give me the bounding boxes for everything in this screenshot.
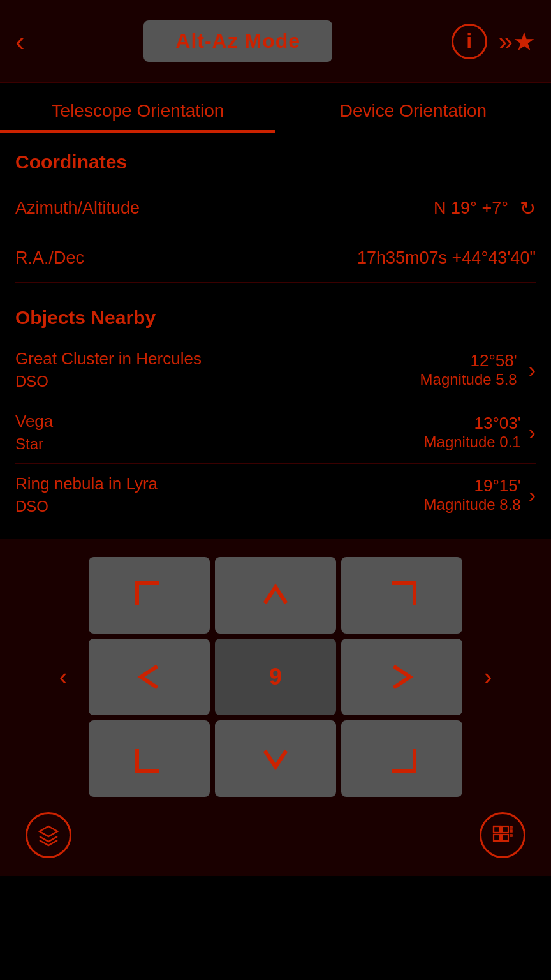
chevron-right-icon-3: › <box>529 482 536 507</box>
pad-center-value[interactable]: 9 <box>215 639 336 715</box>
azimuth-row: Azimuth/Altitude N 19° +7° ↻ <box>15 183 536 234</box>
object-type-1: DSO <box>15 373 202 390</box>
pad-top-right-button[interactable] <box>341 557 462 634</box>
object-distance-1: 12°58' <box>470 351 517 371</box>
pad-left-button[interactable] <box>89 639 210 715</box>
pad-down-button[interactable] <box>215 720 336 797</box>
pad-right-button[interactable] <box>341 639 462 715</box>
object-left-2: Vega Star <box>15 412 53 453</box>
pad-right-arrow[interactable]: › <box>469 658 507 696</box>
object-row-1[interactable]: Great Cluster in Hercules DSO 12°58' Mag… <box>15 339 536 401</box>
coordinates-section-title: Coordinates <box>15 133 536 183</box>
object-distance-2: 13°03' <box>474 413 520 433</box>
azimuth-label: Azimuth/Altitude <box>15 198 140 218</box>
mode-title-button[interactable]: Alt-Az Mode <box>143 20 332 62</box>
object-magnitude-3: Magnitude 8.8 <box>424 496 521 514</box>
svg-rect-4 <box>494 826 500 833</box>
info-button[interactable]: i <box>452 24 487 59</box>
object-left-1: Great Cluster in Hercules DSO <box>15 349 202 390</box>
bottom-black-bar <box>0 876 551 914</box>
pad-left-arrow[interactable]: ‹ <box>44 658 82 696</box>
pad-top-left-button[interactable] <box>89 557 210 634</box>
object-left-3: Ring nebula in Lyra DSO <box>15 474 158 516</box>
control-pad-area: ‹ 9 <box>0 539 551 876</box>
refresh-button[interactable]: ↻ <box>520 197 536 219</box>
object-magnitude-2: Magnitude 0.1 <box>424 433 521 451</box>
objects-nearby-section: Objects Nearby Great Cluster in Hercules… <box>15 283 536 526</box>
object-type-2: Star <box>15 435 53 453</box>
object-magnitude-1: Magnitude 5.8 <box>420 371 517 389</box>
back-button[interactable]: ‹ <box>15 27 25 56</box>
pad-bottom-left-button[interactable] <box>89 720 210 797</box>
pad-with-sides: ‹ 9 <box>13 557 538 797</box>
object-name-1: Great Cluster in Hercules <box>15 349 202 369</box>
object-name-2: Vega <box>15 412 53 431</box>
object-row-2[interactable]: Vega Star 13°03' Magnitude 0.1 › <box>15 401 536 464</box>
star-button[interactable]: »★ <box>499 27 536 56</box>
object-right-2: 13°03' Magnitude 0.1 › <box>424 413 536 451</box>
pad-grid: 9 <box>89 557 462 797</box>
object-row-3[interactable]: Ring nebula in Lyra DSO 19°15' Magnitude… <box>15 464 536 526</box>
top-bar: ‹ Alt-Az Mode i »★ <box>0 0 551 83</box>
tab-telescope[interactable]: Telescope Orientation <box>0 83 276 133</box>
object-right-1: 12°58' Magnitude 5.8 › <box>420 351 536 389</box>
svg-rect-2 <box>494 835 500 841</box>
tab-device[interactable]: Device Orientation <box>276 83 551 133</box>
tabs-bar: Telescope Orientation Device Orientation <box>0 83 551 133</box>
bottom-bar <box>13 801 538 858</box>
azimuth-value: N 19° +7° ↻ <box>434 197 536 219</box>
chevron-right-icon-2: › <box>529 420 536 445</box>
svg-rect-5 <box>510 826 512 828</box>
pad-up-button[interactable] <box>215 557 336 634</box>
object-type-3: DSO <box>15 498 158 516</box>
svg-rect-0 <box>494 826 500 833</box>
layers-button[interactable] <box>26 812 71 858</box>
radec-label: R.A./Dec <box>15 248 84 268</box>
chevron-right-icon-1: › <box>529 357 536 382</box>
svg-rect-3 <box>502 835 508 841</box>
content-area: Coordinates Azimuth/Altitude N 19° +7° ↻… <box>0 133 551 526</box>
pad-bottom-right-button[interactable] <box>341 720 462 797</box>
object-distance-3: 19°15' <box>474 476 520 496</box>
radec-row: R.A./Dec 17h35m07s +44°43'40" <box>15 234 536 283</box>
radec-value: 17h35m07s +44°43'40" <box>357 248 536 268</box>
grid-button[interactable] <box>480 812 525 858</box>
object-name-3: Ring nebula in Lyra <box>15 474 158 494</box>
object-right-3: 19°15' Magnitude 8.8 › <box>424 476 536 514</box>
top-bar-icons: i »★ <box>452 24 536 59</box>
svg-rect-1 <box>502 826 508 833</box>
objects-nearby-title: Objects Nearby <box>15 289 536 339</box>
svg-rect-7 <box>510 835 512 836</box>
svg-rect-6 <box>510 830 512 832</box>
